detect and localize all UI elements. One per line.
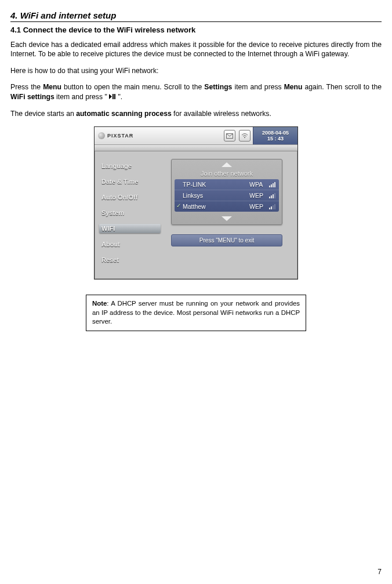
body-paragraph: The device starts an automatic scanning … [10, 109, 382, 118]
svg-rect-2 [114, 94, 115, 99]
page-number: 7 [378, 568, 382, 576]
sidebar-item-system[interactable]: System [99, 208, 159, 217]
sidebar-item-language[interactable]: Language [99, 161, 159, 171]
note-box: Note: A DHCP server must be running on y… [86, 295, 306, 331]
sidebar-item-auto-on-off[interactable]: Auto On/Off [99, 193, 159, 202]
settings-sidebar: Language Date & Time Auto On/Off System … [95, 151, 159, 279]
brand-logo: PIXSTAR [98, 132, 133, 139]
scroll-up-icon[interactable] [222, 162, 232, 167]
network-row[interactable]: TP-LINK WPA [175, 179, 279, 190]
sidebar-item-wifi[interactable]: WIFI [99, 224, 161, 233]
sidebar-item-date-time[interactable]: Date & Time [99, 177, 159, 186]
play-pause-icon [109, 92, 116, 101]
section-heading: 4. WiFi and internet setup [10, 10, 382, 22]
mail-icon [224, 130, 235, 142]
wifi-icon [239, 130, 251, 142]
body-paragraph: Here is how to do that using your WiFi n… [10, 66, 382, 75]
svg-point-4 [244, 137, 245, 138]
join-other-network[interactable]: Join other network [172, 168, 282, 179]
body-paragraph: Each device has a dedicated email addres… [10, 40, 382, 59]
signal-icon [269, 182, 275, 187]
signal-icon [269, 193, 275, 198]
sidebar-item-reset[interactable]: Reset [99, 255, 159, 264]
date-time-block: 2008-04-05 15 : 43 [253, 127, 297, 144]
wifi-panel: Join other network TP-LINK WPA Linksys W… [159, 151, 297, 279]
signal-icon [269, 204, 275, 209]
network-row[interactable]: Matthew WEP [175, 201, 279, 212]
device-screenshot: PIXSTAR 2008-04-05 15 : 43 [94, 126, 298, 280]
sidebar-item-about[interactable]: About [99, 240, 159, 249]
scroll-down-icon[interactable] [222, 216, 232, 221]
network-row[interactable]: Linksys WEP [175, 190, 279, 201]
svg-rect-1 [112, 94, 114, 99]
exit-hint: Press "MENU" to exit [171, 234, 282, 246]
subsection-heading: 4.1 Connect the device to the WiFi wirel… [10, 26, 382, 34]
body-paragraph: Press the Menu button to open the main m… [10, 82, 382, 101]
network-card: Join other network TP-LINK WPA Linksys W… [171, 159, 282, 225]
svg-marker-0 [109, 94, 112, 99]
screenshot-topbar: PIXSTAR 2008-04-05 15 : 43 [95, 127, 297, 145]
network-list: TP-LINK WPA Linksys WEP Matthew WEP [175, 179, 279, 212]
